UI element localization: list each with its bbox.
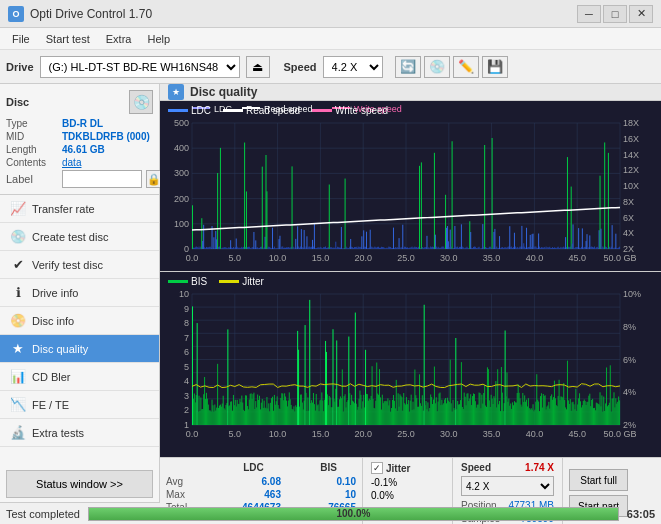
jitter-checkbox[interactable]: ✓	[371, 462, 383, 474]
menu-extra[interactable]: Extra	[98, 31, 140, 47]
close-button[interactable]: ✕	[629, 5, 653, 23]
speed-stat-val: 1.74 X	[525, 462, 554, 473]
disc-quality-title: Disc quality	[190, 85, 257, 99]
progress-text: 100.0%	[89, 508, 618, 520]
jitter-header: ✓ Jitter	[371, 462, 444, 474]
window-controls: ─ □ ✕	[577, 5, 653, 23]
disc-contents-key: Contents	[6, 157, 58, 168]
disc-title: Disc	[6, 96, 29, 108]
ldc-max: 463	[226, 489, 281, 500]
disc-contents-row: Contents data	[6, 157, 153, 168]
ldc-col-header: LDC	[226, 462, 281, 473]
disc-quality-header-icon: ★	[168, 84, 184, 100]
read-speed-legend-item: Read speed	[223, 105, 300, 116]
ldc-legend-item: LDC	[168, 105, 211, 116]
bis-legend-label: BIS	[191, 276, 207, 287]
maximize-button[interactable]: □	[603, 5, 627, 23]
disc-label-input[interactable]	[62, 170, 142, 188]
disc-length-val: 46.61 GB	[62, 144, 105, 155]
disc-button[interactable]: 💿	[424, 56, 450, 78]
main-layout: Disc 💿 Type BD-R DL MID TDKBLDRFB (000) …	[0, 84, 661, 502]
bis-col-header: BIS	[301, 462, 356, 473]
create-test-disc-icon: 💿	[10, 229, 26, 245]
status-time: 63:05	[627, 508, 655, 520]
bis-legend-color	[168, 280, 188, 283]
menu-help[interactable]: Help	[139, 31, 178, 47]
bis-avg: 0.10	[301, 476, 356, 487]
disc-mid-row: MID TDKBLDRFB (000)	[6, 131, 153, 142]
write-speed-legend-color	[312, 109, 332, 112]
max-row: Max 463 10	[166, 489, 356, 500]
disc-length-row: Length 46.61 GB	[6, 144, 153, 155]
drivebar: Drive (G:) HL-DT-ST BD-RE WH16NS48 1.D3 …	[0, 50, 661, 84]
nav-fe-te-label: FE / TE	[32, 399, 69, 411]
jitter-legend-color	[219, 280, 239, 283]
minimize-button[interactable]: ─	[577, 5, 601, 23]
ldc-legend-label: LDC	[191, 105, 211, 116]
disc-length-key: Length	[6, 144, 58, 155]
refresh-button[interactable]: 🔄	[395, 56, 421, 78]
nav-disc-info[interactable]: 📀 Disc info	[0, 307, 159, 335]
disc-image-button[interactable]: 💿	[129, 90, 153, 114]
nav-extra-tests[interactable]: 🔬 Extra tests	[0, 419, 159, 447]
disc-quality-header: ★ Disc quality	[160, 84, 661, 101]
nav-cd-bler[interactable]: 📊 CD Bler	[0, 363, 159, 391]
nav-transfer-rate-label: Transfer rate	[32, 203, 95, 215]
bis-legend: BIS Jitter	[168, 276, 264, 287]
disc-contents-val[interactable]: data	[62, 157, 81, 168]
ldc-legend-color	[168, 109, 188, 112]
ldc-chart: LDC Read speed Write speed	[160, 101, 661, 272]
avg-label: Avg	[166, 476, 206, 487]
progress-bar: 100.0%	[88, 507, 619, 521]
drive-select[interactable]: (G:) HL-DT-ST BD-RE WH16NS48 1.D3	[40, 56, 240, 78]
start-full-button[interactable]: Start full	[569, 469, 628, 491]
nav-create-test-disc-label: Create test disc	[32, 231, 108, 243]
read-speed-legend-label: Read speed	[246, 105, 300, 116]
disc-info-icon: 📀	[10, 313, 26, 329]
save-button[interactable]: 💾	[482, 56, 508, 78]
fe-te-icon: 📉	[10, 397, 26, 413]
speed-header-row: Speed 1.74 X	[461, 462, 554, 473]
jitter-col-header: Jitter	[386, 463, 410, 474]
verify-test-disc-icon: ✔	[10, 257, 26, 273]
nav-transfer-rate[interactable]: 📈 Transfer rate	[0, 195, 159, 223]
bis-legend-item: BIS	[168, 276, 207, 287]
nav-verify-test-disc-label: Verify test disc	[32, 259, 103, 271]
app-title: Opti Drive Control 1.70	[30, 7, 152, 21]
nav-create-test-disc[interactable]: 💿 Create test disc	[0, 223, 159, 251]
write-button[interactable]: ✏️	[453, 56, 479, 78]
titlebar: O Opti Drive Control 1.70 ─ □ ✕	[0, 0, 661, 28]
disc-mid-key: MID	[6, 131, 58, 142]
drive-icon-buttons: 🔄 💿 ✏️ 💾	[395, 56, 508, 78]
drive-info-icon: ℹ	[10, 285, 26, 301]
menu-start-test[interactable]: Start test	[38, 31, 98, 47]
speed-label: Speed	[284, 61, 317, 73]
disc-panel: Disc 💿 Type BD-R DL MID TDKBLDRFB (000) …	[0, 84, 159, 195]
nav-verify-test-disc[interactable]: ✔ Verify test disc	[0, 251, 159, 279]
jitter-avg-val: -0.1%	[371, 477, 397, 488]
menu-file[interactable]: File	[4, 31, 38, 47]
extra-tests-icon: 🔬	[10, 425, 26, 441]
nav-fe-te[interactable]: 📉 FE / TE	[0, 391, 159, 419]
disc-mid-val: TDKBLDRFB (000)	[62, 131, 150, 142]
eject-button[interactable]: ⏏	[246, 56, 270, 78]
stats-empty	[166, 462, 206, 473]
nav-drive-info[interactable]: ℹ Drive info	[0, 279, 159, 307]
menubar: File Start test Extra Help	[0, 28, 661, 50]
write-speed-legend-item: Write speed	[312, 105, 388, 116]
speed-stat-select[interactable]: 4.2 X	[461, 476, 554, 496]
speed-stat-label: Speed	[461, 462, 491, 473]
write-speed-legend-label: Write speed	[335, 105, 388, 116]
speed-select[interactable]: 4.2 X	[323, 56, 383, 78]
status-window-button[interactable]: Status window >>	[6, 470, 153, 498]
nav-extra-tests-label: Extra tests	[32, 427, 84, 439]
stats-headers: LDC BIS	[166, 462, 356, 473]
status-text: Test completed	[6, 508, 80, 520]
jitter-max-val: 0.0%	[371, 490, 394, 501]
nav-drive-info-label: Drive info	[32, 287, 78, 299]
ldc-legend: LDC Read speed Write speed	[168, 105, 388, 116]
sidebar: Disc 💿 Type BD-R DL MID TDKBLDRFB (000) …	[0, 84, 160, 502]
nav-disc-quality[interactable]: ★ Disc quality	[0, 335, 159, 363]
content-area: ★ Disc quality LDC Read speed	[160, 84, 661, 502]
disc-type-key: Type	[6, 118, 58, 129]
